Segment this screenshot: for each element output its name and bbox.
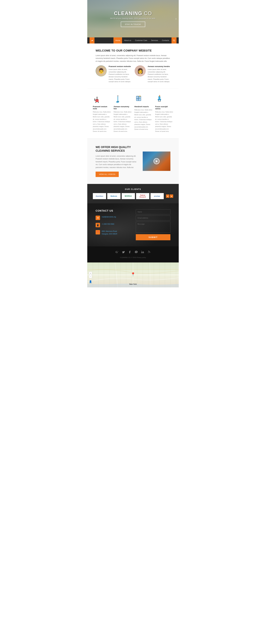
female-face: 👩 <box>135 66 146 76</box>
clients-section: OUR CLIENTS DynoVacu Medtronic MORGA Rad… <box>87 184 179 203</box>
video-section: WE OFFER HIGH QUALITYCLEANING SERVICES L… <box>87 138 179 184</box>
service4-title: Fusce suscipit varius <box>155 106 173 110</box>
contact-phone: +1 800 559 6580 <box>102 223 114 226</box>
svg-line-1 <box>174 41 175 41</box>
nav-contacts[interactable]: Contacts <box>160 38 171 44</box>
service-item-toilet: Fusce suscipit varius Ridiculus mus. Nul… <box>155 94 173 133</box>
contact-form: SUBMIT <box>136 210 170 240</box>
hero-section: CLEANING CO We'll fit all your cleaning … <box>87 0 179 38</box>
window-icon-container <box>134 94 143 104</box>
toilet-cleaning-icon <box>156 95 163 103</box>
view-videos-button[interactable]: View all videos <box>96 172 119 177</box>
mop-icon-container <box>114 94 122 104</box>
map-person-icon[interactable]: 👤 <box>89 280 92 283</box>
facebook-icon[interactable] <box>128 250 131 254</box>
hero-subtitle: We'll fit all your cleaning needs. 100% … <box>110 18 156 20</box>
service3-title: Hendrerit mauris <box>134 106 152 108</box>
toilet-icon-container <box>155 94 164 104</box>
welcome-heading: WELCOME TO OUR COMPANY WEBSITE <box>96 49 170 52</box>
male-face: 👨 <box>96 66 106 76</box>
email-icon: ✉ <box>96 216 100 220</box>
map-section: + − 👤 📍 New York <box>87 262 179 288</box>
play-button[interactable] <box>154 158 160 164</box>
clients-nav: ▲ ▲ <box>166 194 173 198</box>
navbar-logo <box>90 38 94 44</box>
search-icon <box>173 39 175 42</box>
svg-rect-28 <box>160 100 160 101</box>
clients-prev-button[interactable]: ▲ <box>166 194 169 198</box>
service1-title: Praesent vestum mole <box>93 106 111 110</box>
name-input[interactable] <box>136 210 170 214</box>
svg-rect-14 <box>117 102 117 103</box>
search-button[interactable] <box>172 38 176 44</box>
map-label: New York <box>129 283 137 285</box>
svg-rect-27 <box>158 100 158 101</box>
leaf-icon <box>90 39 94 42</box>
welcome-card-1: 👨 Praesent vestum molestie Lorem ipsum d… <box>96 65 131 83</box>
hero-next-arrow[interactable]: › <box>176 17 176 21</box>
linkedin-icon[interactable] <box>141 250 144 254</box>
svg-rect-10 <box>96 97 98 97</box>
video-body: Lorem ipsum dolor sit amet, consectetur … <box>96 155 137 169</box>
phone-icon: 📱 <box>96 223 100 227</box>
contact-address: 8901 Marmora RoadGlasgow, DO4 89GR <box>102 230 117 235</box>
client-logo-medtronic: Medtronic <box>107 193 120 199</box>
svg-rect-29 <box>158 101 161 102</box>
svg-point-32 <box>141 251 142 251</box>
mop-icon <box>114 95 122 103</box>
service1-text: Ridiculus mus. Nulla dolce feugiat males… <box>93 111 111 133</box>
svg-point-31 <box>159 95 160 96</box>
client-logo-proclear: proclear <box>150 193 164 199</box>
svg-point-17 <box>117 95 118 96</box>
footer-copyright: CLEANING CO. © 2015 Privacy policy <box>92 257 174 258</box>
vacuum-cleaner-icon <box>93 95 101 103</box>
card1-text: Praesent vestum molestie Lorem ipsum dol… <box>108 65 131 83</box>
clients-heading: OUR CLIENTS <box>93 188 173 190</box>
contact-heading: CONTACT US <box>96 210 130 212</box>
hero-cta-button[interactable]: Stay in touch! <box>121 22 145 27</box>
card1-title: Praesent vestum molestie <box>108 65 131 68</box>
email-input[interactable] <box>136 216 170 220</box>
window-cleaning-icon <box>135 95 142 103</box>
nav-links: Home About us Customer Care Services Con… <box>114 38 171 44</box>
nav-about[interactable]: About us <box>122 38 133 44</box>
client-logo-dynavac: DynoVacu <box>93 193 106 199</box>
card2-text: Aenean nonummy hendre Lorem ipsum dolor … <box>148 65 170 83</box>
googleplus-icon[interactable]: G+ <box>116 250 118 254</box>
social-icons: G+ <box>92 250 174 254</box>
twitter-icon[interactable] <box>122 250 125 254</box>
submit-button[interactable]: SUBMIT <box>136 234 170 240</box>
card2-avatar: 👩 <box>135 65 146 76</box>
social-section: G+ CLEANING CO. © 2015 Privacy policy <box>87 246 179 262</box>
contact-email-item: ✉ mail@demolink.org <box>96 216 130 220</box>
service3-text: Ridiculus mus. Nulla dolce feugiat males… <box>134 109 152 130</box>
contact-address-item: 📍 8901 Marmora RoadGlasgow, DO4 89GR <box>96 230 130 235</box>
services-grid: Praesent vestum mole Ridiculus mus. Null… <box>93 94 173 133</box>
map-zoom-in[interactable]: + <box>89 272 92 275</box>
nav-care[interactable]: Customer Care <box>133 38 149 44</box>
svg-rect-6 <box>95 100 96 101</box>
pinterest-icon[interactable] <box>135 250 138 254</box>
card1-body: Lorem ipsum dolor sit amet, consectetur … <box>108 68 131 83</box>
service-item-mop: Aenean nonummy hen Ridiculus mus. Nulla … <box>114 94 132 133</box>
clients-row: DynoVacu Medtronic MORGA RadicalResearch… <box>93 193 173 199</box>
client-logo-radical: RadicalResearch <box>136 193 149 199</box>
svg-point-7 <box>95 102 96 102</box>
services-section: Praesent vestum mole Ridiculus mus. Null… <box>87 89 179 138</box>
map-pin: 📍 <box>131 272 136 277</box>
clients-next-button[interactable]: ▲ <box>170 194 173 198</box>
nav-services[interactable]: Services <box>149 38 160 44</box>
hero-title: CLEANING CO <box>110 10 156 16</box>
message-input[interactable] <box>136 222 170 233</box>
video-thumbnail[interactable] <box>143 152 170 171</box>
nav-home[interactable]: Home <box>114 38 122 44</box>
map-zoom-out[interactable]: − <box>89 275 92 278</box>
video-text: WE OFFER HIGH QUALITYCLEANING SERVICES L… <box>96 145 137 177</box>
welcome-body: Lorem ipsum dolor sit amet, consectetur … <box>96 54 170 62</box>
contact-email: mail@demolink.org <box>102 216 116 218</box>
card1-avatar: 👨 <box>96 65 107 76</box>
service2-text: Ridiculus mus. Nulla dolce feugiat males… <box>114 111 132 133</box>
svg-point-8 <box>98 102 99 102</box>
welcome-card-2: 👩 Aenean nonummy hendre Lorem ipsum dolo… <box>135 65 170 83</box>
rss-icon[interactable] <box>148 250 150 254</box>
